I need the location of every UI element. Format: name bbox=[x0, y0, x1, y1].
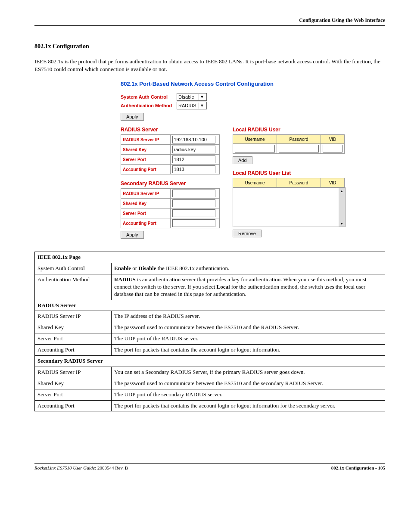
chevron-down-icon: ▼ bbox=[199, 94, 205, 100]
radius-ip-label: RADIUS Server IP bbox=[121, 135, 171, 145]
scroll-up-icon[interactable]: ▴ bbox=[341, 189, 343, 193]
local-list-col-vid: VID bbox=[321, 178, 344, 187]
desc-row-label: RADIUS Server IP bbox=[35, 311, 112, 322]
local-list-header: Username Password VID bbox=[233, 178, 345, 187]
apply-button-bottom[interactable]: Apply bbox=[121, 231, 144, 239]
sec-ip-label: RADIUS Server IP bbox=[121, 189, 171, 199]
radius-sport-label: Server Port bbox=[121, 155, 171, 165]
local-user-title: Local RADIUS User bbox=[233, 127, 345, 133]
desc-row-label: Authentication Method bbox=[35, 274, 112, 300]
desc-row-value: RADIUS is an authentication server that … bbox=[112, 274, 385, 300]
desc-row-label: Accounting Port bbox=[35, 400, 112, 411]
sec-sport-label: Server Port bbox=[121, 208, 171, 218]
section-title: 802.1x Configuration bbox=[34, 43, 385, 50]
local-user-password-input[interactable] bbox=[279, 145, 319, 152]
desc-row-label: Shared Key bbox=[35, 322, 112, 333]
local-user-col-vid: VID bbox=[321, 135, 344, 144]
sys-auth-value: Disable bbox=[178, 94, 194, 100]
sec-key-label: Shared Key bbox=[121, 199, 171, 208]
local-list-col-pass: Password bbox=[277, 178, 321, 187]
sys-auth-select[interactable]: Disable ▼ bbox=[177, 93, 207, 101]
desc-row-value: The IP address of the RADIUS server. bbox=[112, 311, 385, 322]
desc-row-value: The port for packets that contains the a… bbox=[112, 345, 385, 356]
desc-row-value: The password used to communicate between… bbox=[112, 378, 385, 389]
desc-sub1: RADIUS Server bbox=[35, 300, 385, 311]
desc-row-value: The password used to communicate between… bbox=[112, 322, 385, 333]
section-paragraph: IEEE 802.1x is the protocol that perform… bbox=[34, 58, 385, 73]
chevron-down-icon: ▼ bbox=[199, 103, 205, 109]
panel-title: 802.1x Port-Based Network Access Control… bbox=[121, 81, 345, 87]
apply-button-top[interactable]: Apply bbox=[121, 113, 144, 121]
desc-row-label: Accounting Port bbox=[35, 345, 112, 356]
desc-row-value: You can set a Secondary RADIUS Server, i… bbox=[112, 367, 385, 378]
local-list-title: Local RADIUS User List bbox=[233, 170, 345, 176]
desc-sub2: Secondary RADIUS Server bbox=[35, 356, 385, 367]
desc-row-label: System Auth Control bbox=[35, 263, 112, 274]
footer-left: RocketLinx ES7510 User Guide: 2000544 Re… bbox=[34, 465, 128, 470]
radius-aport-label: Accounting Port bbox=[121, 165, 171, 174]
remove-button[interactable]: Remove bbox=[233, 230, 262, 237]
radius-key-label: Shared Key bbox=[121, 145, 171, 155]
page-header-text: Configuration Using the Web Interface bbox=[299, 17, 385, 23]
footer-right: 802.1x Configuration - 105 bbox=[331, 465, 385, 470]
secondary-radius-title: Secondary RADIUS Server bbox=[121, 180, 220, 187]
desc-row-label: Shared Key bbox=[35, 378, 112, 389]
footer-left-italic: RocketLinx ES7510 User Guide bbox=[34, 465, 95, 470]
local-user-col-user: Username bbox=[233, 135, 277, 144]
desc-row-label: Server Port bbox=[35, 389, 112, 400]
sec-ip-input[interactable] bbox=[172, 190, 215, 197]
local-user-col-pass: Password bbox=[277, 135, 321, 144]
local-list-box[interactable]: ▴ ▾ bbox=[233, 187, 346, 227]
radius-sport-input[interactable] bbox=[172, 156, 215, 163]
add-button[interactable]: Add bbox=[233, 156, 252, 164]
scroll-down-icon[interactable]: ▾ bbox=[341, 221, 343, 226]
auth-method-label: Authentication Method bbox=[121, 103, 177, 108]
sys-auth-label: System Auth Control bbox=[121, 94, 177, 100]
desc-row-label: Server Port bbox=[35, 333, 112, 345]
auth-method-select[interactable]: RADIUS ▼ bbox=[177, 102, 207, 109]
radius-key-input[interactable] bbox=[172, 146, 215, 153]
sec-key-input[interactable] bbox=[172, 199, 215, 207]
radius-server-title: RADIUS Server bbox=[121, 127, 220, 133]
local-list-col-user: Username bbox=[233, 178, 277, 187]
desc-row-value: The UDP port of the secondary RADIUS ser… bbox=[112, 389, 385, 400]
auth-method-value: RADIUS bbox=[178, 103, 196, 108]
sec-aport-input[interactable] bbox=[172, 219, 215, 227]
desc-row-value: The UDP port of the RADIUS server. bbox=[112, 333, 385, 345]
radius-aport-input[interactable] bbox=[172, 165, 215, 173]
secondary-radius-table: RADIUS Server IP Shared Key Server Port … bbox=[121, 188, 220, 228]
scrollbar[interactable]: ▴ ▾ bbox=[339, 188, 345, 227]
description-table: IEEE 802.1x Page System Auth ControlEnab… bbox=[34, 252, 385, 411]
local-user-username-input[interactable] bbox=[235, 145, 275, 152]
desc-header: IEEE 802.1x Page bbox=[35, 252, 385, 263]
sec-sport-input[interactable] bbox=[172, 209, 215, 217]
footer-left-rest: : 2000544 Rev. B bbox=[95, 465, 128, 470]
config-panel: 802.1x Port-Based Network Access Control… bbox=[121, 81, 345, 239]
page-header: Configuration Using the Web Interface bbox=[34, 17, 385, 26]
local-user-vid-input[interactable] bbox=[323, 145, 342, 152]
page-footer: RocketLinx ES7510 User Guide: 2000544 Re… bbox=[34, 463, 385, 470]
desc-row-value: Enable or Disable the IEEE 802.1x authen… bbox=[112, 263, 385, 274]
radius-server-table: RADIUS Server IP Shared Key Server Port … bbox=[121, 134, 220, 174]
sec-aport-label: Accounting Port bbox=[121, 218, 171, 228]
desc-row-label: RADIUS Server IP bbox=[35, 367, 112, 378]
radius-ip-input[interactable] bbox=[172, 136, 215, 143]
local-user-table: Username Password VID bbox=[233, 134, 345, 154]
desc-row-value: The port for packets that contains the a… bbox=[112, 400, 385, 411]
